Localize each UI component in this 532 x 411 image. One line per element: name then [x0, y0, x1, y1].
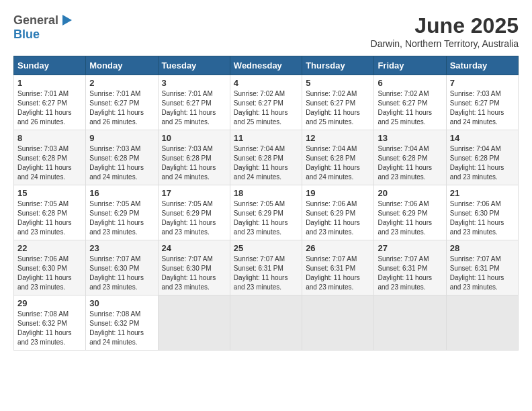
- calendar-cell: 26 Sunrise: 7:07 AMSunset: 6:31 PMDaylig…: [302, 240, 374, 295]
- calendar-cell: 28 Sunrise: 7:07 AMSunset: 6:31 PMDaylig…: [446, 240, 518, 295]
- day-info: Sunrise: 7:01 AMSunset: 6:27 PMDaylight:…: [17, 89, 82, 127]
- day-info: Sunrise: 7:01 AMSunset: 6:27 PMDaylight:…: [162, 89, 226, 127]
- day-info: Sunrise: 7:06 AMSunset: 6:30 PMDaylight:…: [450, 199, 515, 237]
- day-info: Sunrise: 7:05 AMSunset: 6:29 PMDaylight:…: [234, 199, 298, 237]
- day-number: 19: [306, 188, 370, 198]
- day-info: Sunrise: 7:06 AMSunset: 6:29 PMDaylight:…: [306, 199, 370, 237]
- calendar-cell: [230, 295, 302, 351]
- day-number: 3: [162, 78, 226, 88]
- day-number: 13: [378, 133, 442, 143]
- day-number: 5: [306, 78, 370, 88]
- day-number: 7: [450, 78, 515, 88]
- day-number: 21: [450, 188, 515, 198]
- calendar-week-2: 8 Sunrise: 7:03 AMSunset: 6:28 PMDayligh…: [14, 130, 519, 185]
- calendar-cell: 15 Sunrise: 7:05 AMSunset: 6:28 PMDaylig…: [14, 185, 86, 240]
- day-number: 29: [17, 298, 82, 308]
- calendar-cell: 17 Sunrise: 7:05 AMSunset: 6:29 PMDaylig…: [158, 185, 230, 240]
- day-info: Sunrise: 7:07 AMSunset: 6:30 PMDaylight:…: [162, 255, 226, 292]
- calendar-cell: 7 Sunrise: 7:03 AMSunset: 6:27 PMDayligh…: [446, 75, 518, 130]
- calendar-cell: 5 Sunrise: 7:02 AMSunset: 6:27 PMDayligh…: [302, 75, 374, 130]
- day-info: Sunrise: 7:07 AMSunset: 6:30 PMDaylight:…: [89, 255, 154, 292]
- logo-general-text: General: [13, 14, 58, 28]
- day-info: Sunrise: 7:02 AMSunset: 6:27 PMDaylight:…: [234, 89, 298, 127]
- col-tuesday: Tuesday: [158, 56, 230, 75]
- page-header: General Blue June 2025 Darwin, Northern …: [13, 13, 519, 49]
- day-number: 27: [378, 243, 442, 253]
- day-info: Sunrise: 7:02 AMSunset: 6:27 PMDaylight:…: [306, 89, 370, 127]
- calendar-week-5: 29 Sunrise: 7:08 AMSunset: 6:32 PMDaylig…: [14, 295, 519, 351]
- day-number: 23: [89, 243, 154, 253]
- day-info: Sunrise: 7:06 AMSunset: 6:30 PMDaylight:…: [17, 255, 82, 292]
- day-info: Sunrise: 7:05 AMSunset: 6:29 PMDaylight:…: [89, 199, 154, 237]
- day-info: Sunrise: 7:01 AMSunset: 6:27 PMDaylight:…: [89, 89, 154, 127]
- day-number: 8: [17, 133, 82, 143]
- month-year-title: June 2025: [371, 13, 519, 38]
- calendar-week-3: 15 Sunrise: 7:05 AMSunset: 6:28 PMDaylig…: [14, 185, 519, 240]
- calendar-cell: [374, 295, 446, 351]
- day-number: 6: [378, 78, 442, 88]
- logo-triangle-icon: [60, 13, 75, 28]
- day-number: 14: [450, 133, 515, 143]
- day-info: Sunrise: 7:08 AMSunset: 6:32 PMDaylight:…: [17, 310, 82, 347]
- day-number: 30: [89, 298, 154, 308]
- calendar-cell: 9 Sunrise: 7:03 AMSunset: 6:28 PMDayligh…: [86, 130, 158, 185]
- day-info: Sunrise: 7:03 AMSunset: 6:28 PMDaylight:…: [17, 144, 82, 182]
- calendar-cell: 24 Sunrise: 7:07 AMSunset: 6:30 PMDaylig…: [158, 240, 230, 295]
- day-info: Sunrise: 7:06 AMSunset: 6:29 PMDaylight:…: [378, 199, 442, 237]
- logo: General Blue: [13, 13, 75, 42]
- calendar-cell: 10 Sunrise: 7:03 AMSunset: 6:28 PMDaylig…: [158, 130, 230, 185]
- calendar-cell: 16 Sunrise: 7:05 AMSunset: 6:29 PMDaylig…: [86, 185, 158, 240]
- day-info: Sunrise: 7:05 AMSunset: 6:28 PMDaylight:…: [17, 199, 82, 237]
- day-info: Sunrise: 7:03 AMSunset: 6:28 PMDaylight:…: [162, 144, 226, 182]
- day-info: Sunrise: 7:03 AMSunset: 6:27 PMDaylight:…: [450, 89, 515, 127]
- day-number: 26: [306, 243, 370, 253]
- day-info: Sunrise: 7:04 AMSunset: 6:28 PMDaylight:…: [234, 144, 298, 182]
- calendar-header-row: Sunday Monday Tuesday Wednesday Thursday…: [14, 56, 519, 75]
- day-info: Sunrise: 7:04 AMSunset: 6:28 PMDaylight:…: [378, 144, 442, 182]
- calendar-cell: 19 Sunrise: 7:06 AMSunset: 6:29 PMDaylig…: [302, 185, 374, 240]
- day-number: 25: [234, 243, 298, 253]
- day-number: 28: [450, 243, 515, 253]
- calendar-cell: 3 Sunrise: 7:01 AMSunset: 6:27 PMDayligh…: [158, 75, 230, 130]
- day-info: Sunrise: 7:05 AMSunset: 6:29 PMDaylight:…: [162, 199, 226, 237]
- calendar-cell: 8 Sunrise: 7:03 AMSunset: 6:28 PMDayligh…: [14, 130, 86, 185]
- day-number: 22: [17, 243, 82, 253]
- day-info: Sunrise: 7:02 AMSunset: 6:27 PMDaylight:…: [378, 89, 442, 127]
- day-info: Sunrise: 7:04 AMSunset: 6:28 PMDaylight:…: [450, 144, 515, 182]
- day-number: 10: [162, 133, 226, 143]
- calendar-cell: 1 Sunrise: 7:01 AMSunset: 6:27 PMDayligh…: [14, 75, 86, 130]
- calendar-cell: 20 Sunrise: 7:06 AMSunset: 6:29 PMDaylig…: [374, 185, 446, 240]
- day-number: 18: [234, 188, 298, 198]
- day-number: 1: [17, 78, 82, 88]
- day-info: Sunrise: 7:03 AMSunset: 6:28 PMDaylight:…: [89, 144, 154, 182]
- calendar-cell: 2 Sunrise: 7:01 AMSunset: 6:27 PMDayligh…: [86, 75, 158, 130]
- day-number: 9: [89, 133, 154, 143]
- day-number: 17: [162, 188, 226, 198]
- calendar-cell: [446, 295, 518, 351]
- day-number: 11: [234, 133, 298, 143]
- calendar-cell: [302, 295, 374, 351]
- calendar-cell: 30 Sunrise: 7:08 AMSunset: 6:32 PMDaylig…: [86, 295, 158, 351]
- calendar-cell: 18 Sunrise: 7:05 AMSunset: 6:29 PMDaylig…: [230, 185, 302, 240]
- calendar-cell: 25 Sunrise: 7:07 AMSunset: 6:31 PMDaylig…: [230, 240, 302, 295]
- day-info: Sunrise: 7:07 AMSunset: 6:31 PMDaylight:…: [378, 255, 442, 292]
- day-info: Sunrise: 7:07 AMSunset: 6:31 PMDaylight:…: [450, 255, 515, 292]
- col-friday: Friday: [374, 56, 446, 75]
- calendar-week-4: 22 Sunrise: 7:06 AMSunset: 6:30 PMDaylig…: [14, 240, 519, 295]
- col-wednesday: Wednesday: [230, 56, 302, 75]
- title-block: June 2025 Darwin, Northern Territory, Au…: [371, 13, 519, 49]
- calendar-cell: 23 Sunrise: 7:07 AMSunset: 6:30 PMDaylig…: [86, 240, 158, 295]
- day-number: 20: [378, 188, 442, 198]
- calendar-cell: 13 Sunrise: 7:04 AMSunset: 6:28 PMDaylig…: [374, 130, 446, 185]
- day-info: Sunrise: 7:04 AMSunset: 6:28 PMDaylight:…: [306, 144, 370, 182]
- calendar-cell: 29 Sunrise: 7:08 AMSunset: 6:32 PMDaylig…: [14, 295, 86, 351]
- col-thursday: Thursday: [302, 56, 374, 75]
- day-info: Sunrise: 7:07 AMSunset: 6:31 PMDaylight:…: [306, 255, 370, 292]
- col-sunday: Sunday: [14, 56, 86, 75]
- day-number: 12: [306, 133, 370, 143]
- calendar-cell: 6 Sunrise: 7:02 AMSunset: 6:27 PMDayligh…: [374, 75, 446, 130]
- day-number: 16: [89, 188, 154, 198]
- day-number: 24: [162, 243, 226, 253]
- day-info: Sunrise: 7:08 AMSunset: 6:32 PMDaylight:…: [89, 310, 154, 347]
- col-monday: Monday: [86, 56, 158, 75]
